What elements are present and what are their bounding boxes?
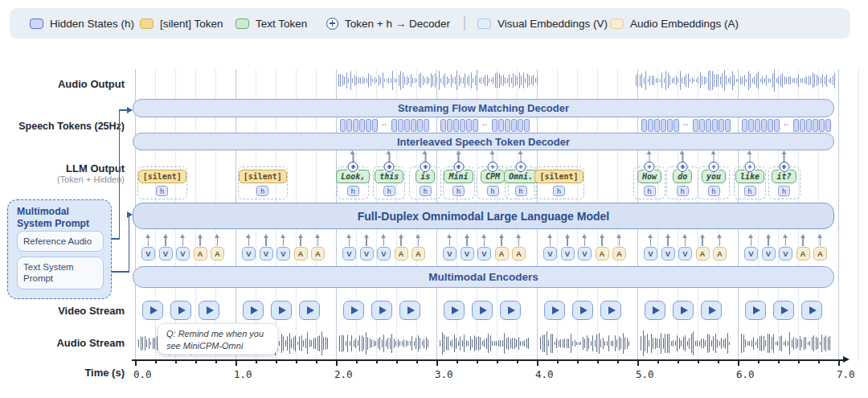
plus-circle [645, 162, 655, 172]
audio-output-bar [467, 77, 468, 84]
audio-stream-bar [407, 341, 408, 347]
audio-stream-bar [568, 339, 569, 349]
audio-output-bar [346, 72, 347, 88]
arrow-stem [501, 237, 502, 246]
audio-stream-bar [755, 342, 756, 346]
embedding-up-arrow-icon [464, 234, 471, 246]
audio-stream-bar [727, 333, 728, 353]
arrow-stem [685, 237, 686, 246]
audio-output-bar [746, 79, 747, 82]
audio-output-bar [517, 76, 518, 84]
embedding-column: A [813, 234, 827, 261]
audio-stream-bar [808, 342, 809, 345]
audio-stream-bar [311, 340, 312, 347]
reference-audio-box: Reference Audio [17, 231, 104, 252]
hidden-state-chip: h [420, 186, 432, 196]
arrow-head [700, 234, 705, 238]
arrow-head [781, 150, 786, 154]
speech-token-group: ·· [440, 119, 530, 132]
arrow-head [516, 234, 521, 238]
audio-output-bar [702, 76, 702, 85]
row-label-video-stream: Video Stream [4, 305, 125, 317]
arrow-stem [702, 237, 703, 246]
audio-stream-bar [342, 334, 342, 353]
arrow-head [416, 234, 420, 238]
plus-circle-icon [326, 18, 338, 30]
audio-output-bar [748, 71, 749, 89]
audio-stream-bar [518, 337, 519, 350]
audio-stream-bar [679, 338, 680, 350]
hidden-state-chip: h [452, 186, 465, 196]
audio-output-bar [431, 73, 432, 87]
legend-item-silent: [silent] Token [140, 8, 223, 39]
token-up-arrow-icon [489, 150, 497, 162]
audio-stream-bar [760, 336, 760, 351]
audio-output-bar [710, 70, 710, 91]
audio-stream-bar [492, 341, 493, 346]
audio-stream-bar [721, 338, 722, 349]
audio-output-bar [505, 77, 506, 84]
audio-stream-bar [824, 337, 825, 349]
audio-stream-bar [297, 342, 298, 345]
audio-stream-bar [283, 336, 284, 351]
audio-output-bar [428, 78, 429, 82]
audio-output-bar [444, 73, 445, 88]
axis-tick-major [838, 360, 840, 366]
audio-output-bar [376, 79, 377, 82]
visual-embedding-chip: V [661, 247, 675, 261]
audio-output-bar [724, 70, 725, 91]
audio-stream-bar [796, 338, 796, 350]
arrow-stem [492, 154, 493, 162]
speech-token-square [473, 119, 478, 132]
axis-tick-minor [577, 360, 579, 363]
audio-output-bar [722, 73, 723, 88]
speech-token-square [661, 119, 666, 132]
audio-output-bar [521, 76, 522, 86]
audio-output-bar [419, 74, 420, 86]
audio-stream-bar [386, 340, 387, 347]
speech-token-square [524, 119, 530, 132]
row-label-audio-stream: Audio Stream [4, 337, 125, 349]
audio-output-bar [407, 76, 407, 86]
audio-output-bar [712, 71, 713, 90]
audio-output-bar [443, 76, 444, 84]
embedding-column: V [644, 234, 657, 261]
token-up-arrow-icon [780, 150, 788, 162]
visual-embedding-chip: V [461, 247, 474, 261]
audio-output-bar [416, 79, 417, 83]
audio-output-bar [392, 71, 393, 90]
audio-stream-bar [149, 338, 149, 348]
audio-output-bar [664, 78, 665, 82]
embedding-column: V [561, 234, 575, 261]
speech-token-square [440, 119, 446, 132]
embedding-column: A [796, 234, 810, 261]
plus-circle [453, 162, 464, 172]
audio-output-bar [696, 79, 697, 83]
llm-token-cell: [silent]h [238, 166, 288, 199]
embedding-up-arrow-icon [547, 234, 554, 246]
play-icon [178, 306, 186, 314]
embedding-group: VVVAA [342, 234, 425, 261]
audio-stream-bar [800, 336, 800, 351]
arrow-head [783, 234, 788, 238]
play-icon [508, 306, 515, 314]
audio-stream-bar [825, 335, 826, 351]
play-icon [608, 306, 616, 314]
audio-stream-bar [293, 337, 294, 350]
audio-output-bar [825, 76, 825, 84]
speech-token-square [725, 119, 731, 132]
embedding-column: V [678, 234, 692, 261]
audio-stream-bar [812, 337, 813, 349]
play-icon [552, 306, 559, 314]
audio-stream-bar [829, 336, 830, 350]
arrow-head [399, 234, 403, 238]
speech-token-square [359, 119, 365, 132]
audio-output-bar [350, 71, 351, 90]
audio-output-bar [366, 78, 367, 84]
audio-stream-bar [789, 332, 790, 355]
text-prompt-connector-vertical [129, 214, 130, 272]
embedding-column: V [578, 234, 592, 261]
embedding-up-arrow-icon [214, 234, 221, 246]
audio-stream-bar [703, 339, 704, 349]
audio-output-bar [457, 71, 457, 90]
